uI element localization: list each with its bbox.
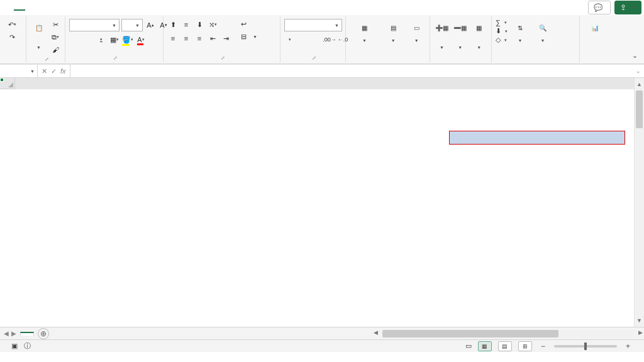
font-color-button[interactable]: A▾ — [135, 34, 147, 45]
formula-input[interactable] — [70, 65, 633, 77]
comments-button[interactable]: 💬 — [588, 1, 611, 14]
zoom-in-button[interactable]: + — [623, 342, 633, 351]
menu-insert[interactable] — [25, 5, 36, 10]
analyze-data-button[interactable]: 📊 — [584, 19, 606, 57]
paste-icon: 📋 — [31, 20, 47, 35]
menu-view[interactable] — [70, 5, 82, 10]
display-settings-button[interactable]: ▭ — [465, 342, 472, 350]
font-name-select[interactable]: ▼ — [69, 19, 119, 31]
align-bottom-button[interactable]: ⬇ — [194, 19, 205, 30]
scroll-down-button[interactable]: ▼ — [635, 315, 644, 326]
wrap-text-button[interactable]: ↩ — [238, 19, 258, 29]
sort-filter-button[interactable]: ⇅ ▼ — [510, 19, 530, 57]
conditional-formatting-button[interactable]: ▦ ▼ — [350, 19, 379, 57]
zoom-out-button[interactable]: − — [538, 342, 548, 351]
merge-center-button[interactable]: ⊟ ▼ — [238, 31, 258, 41]
format-painter-button[interactable]: 🖌 — [50, 44, 61, 55]
clipboard-dialog-launcher[interactable]: ⤢ — [45, 57, 49, 62]
menu-page-layout[interactable] — [36, 5, 48, 10]
number-dialog-launcher[interactable]: ⤢ — [312, 55, 316, 61]
bold-button[interactable] — [69, 34, 80, 45]
increase-decimal-button[interactable]: .00→ — [324, 34, 335, 45]
scroll-left-button[interactable]: ◀ — [374, 329, 378, 336]
underline-button[interactable]: ▾ — [96, 34, 107, 45]
tab-nav-next[interactable]: ▶ — [11, 330, 16, 337]
menu-review[interactable] — [59, 5, 70, 10]
sheet-tab-bar: ◀ ▶ ⊕ ◀ ▶ — [0, 327, 644, 339]
page-break-view-button[interactable]: ⊞ — [518, 341, 532, 351]
cell-styles-button[interactable]: ▭ ▼ — [407, 19, 426, 57]
insert-cells-button[interactable]: ➕▦▼ — [434, 19, 450, 57]
scroll-right-button[interactable]: ▶ — [638, 329, 643, 336]
format-as-table-button[interactable]: ▤ ▼ — [382, 19, 405, 57]
horizontal-scrollbar[interactable]: ◀ ▶ — [382, 330, 634, 337]
number-format-select[interactable]: ▼ — [284, 19, 342, 31]
align-left-button[interactable]: ≡ — [167, 33, 179, 44]
normal-view-button[interactable]: ▦ — [478, 341, 492, 351]
redo-button[interactable]: ↷ — [6, 31, 18, 43]
expand-formula-bar-button[interactable]: ⌄ — [633, 65, 644, 77]
insert-icon: ➕▦ — [435, 20, 450, 35]
font-dialog-launcher[interactable]: ⤢ — [113, 55, 118, 61]
decrease-indent-button[interactable]: ⇤ — [207, 33, 218, 44]
increase-font-button[interactable]: A▴ — [145, 19, 156, 31]
menu-data[interactable] — [48, 5, 59, 10]
tab-nav-prev[interactable]: ◀ — [4, 330, 9, 337]
align-center-button[interactable]: ≡ — [180, 33, 192, 44]
vertical-scrollbar[interactable]: ▲ ▼ — [634, 78, 644, 327]
macro-record-icon[interactable]: ▣ — [11, 342, 18, 350]
group-cells: ➕▦▼ ➖▦▼ ▦▼ — [430, 16, 492, 62]
paste-button[interactable]: 📋 ▼ — [30, 19, 47, 57]
fill-color-button[interactable]: 🪣▾ — [122, 34, 133, 45]
align-middle-button[interactable]: ≡ — [180, 19, 192, 30]
fill-icon: ⬇ — [496, 27, 501, 35]
collapse-ribbon-button[interactable]: ⌄ — [632, 52, 638, 60]
clear-button[interactable]: ◇ ▾ — [496, 36, 508, 44]
align-top-button[interactable]: ⬆ — [167, 19, 179, 30]
percent-button[interactable] — [297, 34, 309, 45]
sheet-tab-sheet1[interactable] — [20, 332, 34, 336]
cells-area[interactable] — [15, 89, 634, 327]
fx-button[interactable]: fx — [60, 67, 66, 75]
name-box[interactable]: ▼ — [0, 65, 38, 77]
delete-cells-button[interactable]: ➖▦▼ — [452, 19, 468, 57]
menu-file[interactable] — [3, 5, 14, 10]
vscroll-thumb[interactable] — [636, 90, 643, 128]
fill-button[interactable]: ⬇ ▾ — [496, 27, 508, 35]
fill-handle[interactable] — [0, 78, 4, 82]
group-number: ▼ ▾ .00→ ←.0 ⤢ — [280, 16, 346, 62]
group-alignment: ⬆ ≡ ⬇ ⤭▾ ≡ ≡ ≡ ⇤ ⇥ ↩ ⊟ ▼ ⤢ — [164, 16, 280, 62]
accessibility-status[interactable]: ⓘ — [24, 341, 31, 351]
zoom-slider[interactable] — [554, 345, 617, 348]
find-select-button[interactable]: 🔍 ▼ — [533, 19, 553, 57]
ribbon: ↶▾ ↷ 📋 ▼ ✂ ⧉▾ 🖌 ⤢ ▼ ▼ A▴ A▾ — [0, 15, 644, 64]
alignment-dialog-launcher[interactable]: ⤢ — [221, 55, 225, 61]
sigma-icon: ∑ — [496, 19, 501, 26]
font-size-select[interactable]: ▼ — [121, 19, 143, 31]
menu-home[interactable] — [14, 4, 25, 11]
increase-indent-button[interactable]: ⇥ — [220, 33, 231, 44]
chevron-down-icon: ▼ — [30, 69, 35, 74]
menu-help[interactable] — [93, 5, 104, 10]
menu-developer[interactable] — [82, 5, 93, 10]
format-cells-button[interactable]: ▦▼ — [470, 19, 487, 57]
group-editing: ∑ ▾ ⬇ ▾ ◇ ▾ ⇅ ▼ 🔍 ▼ — [492, 16, 580, 62]
copy-button[interactable]: ⧉▾ — [50, 31, 61, 43]
cut-button[interactable]: ✂ — [50, 19, 61, 30]
merge-icon: ⊟ — [239, 32, 248, 41]
comma-button[interactable] — [311, 34, 322, 45]
enter-formula-button[interactable]: ✓ — [51, 67, 57, 75]
currency-button[interactable]: ▾ — [284, 34, 296, 45]
add-sheet-button[interactable]: ⊕ — [38, 328, 49, 339]
undo-button[interactable]: ↶▾ — [6, 19, 18, 30]
scroll-up-button[interactable]: ▲ — [635, 79, 644, 89]
share-button[interactable]: ⇪ ▼ — [614, 1, 641, 14]
orientation-button[interactable]: ⤭▾ — [207, 19, 218, 30]
cancel-formula-button[interactable]: ✕ — [42, 67, 47, 75]
page-layout-view-button[interactable]: ▤ — [498, 341, 512, 351]
border-button[interactable]: ▦▾ — [109, 34, 120, 45]
autosum-button[interactable]: ∑ ▾ — [496, 19, 508, 26]
hscroll-thumb[interactable] — [382, 330, 558, 337]
italic-button[interactable] — [82, 34, 94, 45]
align-right-button[interactable]: ≡ — [194, 33, 205, 44]
